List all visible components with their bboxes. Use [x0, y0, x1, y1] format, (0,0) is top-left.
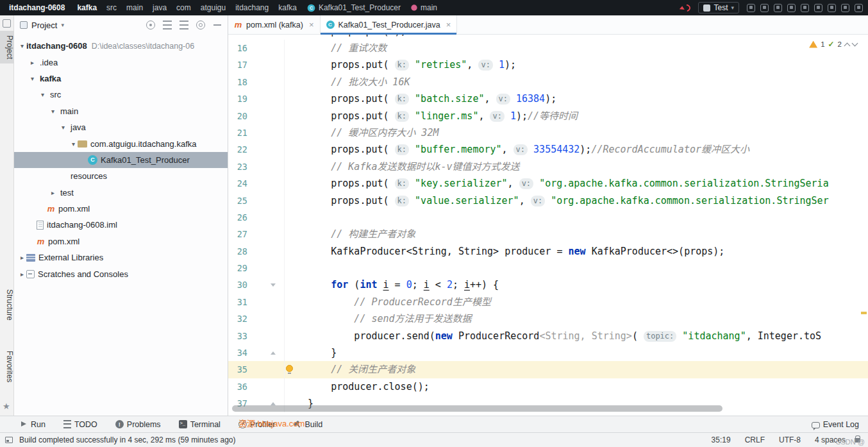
code-line[interactable]: 32 // send方法用于发送数据 — [228, 310, 868, 327]
fold-down-icon[interactable] — [271, 283, 276, 287]
fold-up-icon[interactable] — [271, 351, 276, 355]
toolwindow-button-todo[interactable]: TODO — [63, 420, 97, 429]
breadcrumb-item[interactable]: kafka — [278, 3, 297, 12]
expand-all-icon[interactable] — [163, 21, 172, 30]
tree-collapsed-arrow-icon[interactable]: ▸ — [18, 254, 26, 261]
status-message[interactable]: Build completed successfully in 4 sec, 2… — [19, 435, 236, 444]
coverage-icon[interactable] — [787, 4, 796, 12]
toolwindow-button-run[interactable]: Run — [19, 420, 46, 429]
tree-expanded-arrow-icon[interactable]: ▾ — [69, 140, 78, 148]
code-line[interactable]: 29 — [228, 260, 868, 276]
run-config-selector[interactable]: Test ▾ — [698, 2, 739, 13]
toolwindow-button-terminal[interactable]: Terminal — [179, 420, 221, 429]
code-line[interactable]: 22 props.put( k: "buffer.memory", v: 335… — [228, 141, 868, 158]
status-caret-position[interactable]: 35:19 — [712, 435, 731, 444]
breadcrumb-item[interactable]: atguigu — [201, 3, 226, 12]
code-line[interactable]: 30 for (int i = 0; i < 2; i++) { — [228, 276, 868, 293]
collapse-all-icon[interactable] — [179, 21, 188, 30]
tree-row[interactable]: ▾src — [14, 87, 228, 103]
project-view-selector[interactable]: Project — [31, 21, 57, 30]
code-line[interactable]: 25 props.put( k: "value.serializer", v: … — [228, 192, 868, 209]
breadcrumb-item[interactable]: itdachang-0608 — [9, 3, 65, 12]
prev-issue-icon[interactable] — [844, 42, 851, 49]
tree-row[interactable]: pom.xml — [14, 233, 228, 249]
code-line[interactable]: 20 props.put( k: "linger.ms", v: 1);//等待… — [228, 108, 868, 124]
tree-row[interactable]: ▾com.atguigu.itdachang.kafka — [14, 135, 228, 151]
close-icon[interactable]: × — [446, 20, 451, 30]
tree-collapsed-arrow-icon[interactable]: ▸ — [49, 189, 57, 196]
tree-row[interactable]: ▸test — [14, 185, 228, 201]
tree-row[interactable]: ▸Scratches and Consoles — [14, 266, 228, 282]
tree-row[interactable]: ▾main — [14, 103, 228, 119]
window-layout-icon[interactable] — [841, 4, 849, 12]
next-issue-icon[interactable] — [852, 40, 858, 46]
code-line[interactable]: 27 // 构建生产者对象 — [228, 226, 868, 242]
tree-row[interactable]: Kafka01_Test_Producer — [14, 152, 228, 168]
breadcrumb-item[interactable]: main — [410, 3, 437, 12]
code-line[interactable]: 36 producer.close(); — [228, 378, 868, 395]
stripe-button-favorites[interactable]: Favorites — [0, 346, 14, 387]
code-line[interactable]: 21 // 缓冲区内存大小 32M — [228, 124, 868, 141]
code-line[interactable]: 28 KafkaProducer<String, String> produce… — [228, 243, 868, 260]
tree-expanded-arrow-icon[interactable]: ▾ — [18, 42, 26, 49]
toolwindow-button-problems[interactable]: Problems — [115, 420, 161, 429]
tree-expanded-arrow-icon[interactable]: ▾ — [59, 124, 67, 131]
status-file-encoding[interactable]: UTF-8 — [779, 435, 801, 444]
breadcrumb-item[interactable]: main — [126, 3, 143, 12]
breadcrumb-item[interactable]: itdachang — [235, 3, 269, 12]
code-line[interactable]: 19 props.put( k: "batch.size", v: 16384)… — [228, 90, 868, 107]
code-editor[interactable]: 15 props.put( );16 // 重试次数17 props.put( … — [228, 35, 868, 416]
code-line[interactable]: 35 // 关闭生产者对象 — [228, 361, 868, 378]
toolwindow-label: Problems — [127, 420, 161, 429]
breadcrumb-item[interactable]: com — [176, 3, 191, 12]
tree-row[interactable]: resources — [14, 168, 228, 184]
gear-icon[interactable] — [196, 21, 205, 30]
stripe-button-structure[interactable]: Structure — [0, 285, 14, 325]
code-line[interactable]: 15 props.put( ); — [228, 35, 868, 40]
code-line[interactable]: 34 } — [228, 344, 868, 361]
profiler-icon[interactable] — [801, 4, 809, 12]
breadcrumb-item[interactable]: Kafka01_Test_Producer — [306, 3, 401, 13]
tree-collapsed-arrow-icon[interactable]: ▸ — [18, 271, 26, 278]
debug-icon[interactable] — [774, 4, 782, 12]
tree-collapsed-arrow-icon[interactable]: ▸ — [28, 59, 37, 66]
code-line[interactable]: 16 // 重试次数 — [228, 40, 868, 56]
run-icon[interactable] — [760, 4, 769, 12]
tree-row[interactable]: itdachang-0608.iml — [14, 217, 228, 233]
stop-icon[interactable] — [814, 4, 822, 12]
code-line[interactable]: 18 // 批次大小 16K — [228, 74, 868, 90]
toolwindow-button-event-log[interactable]: Event Log — [812, 420, 859, 429]
hotswap-arrow-icon[interactable] — [682, 3, 692, 12]
close-icon[interactable]: × — [309, 20, 314, 30]
horizontal-scrollbar[interactable] — [232, 405, 722, 412]
tree-expanded-arrow-icon[interactable]: ▾ — [49, 108, 57, 115]
stripe-button-project[interactable]: Project — [0, 31, 14, 63]
notifications-icon[interactable] — [855, 4, 863, 12]
code-line[interactable]: 23 // Kafka发送数据时以k-v键值对方式发送 — [228, 158, 868, 175]
code-line[interactable]: 33 producer.send(new ProducerRecord<Stri… — [228, 328, 868, 344]
editor-tab[interactable]: pom.xml (kafka)× — [228, 15, 321, 34]
breadcrumb-item[interactable]: src — [106, 3, 117, 12]
code-line[interactable]: 17 props.put( k: "retries", v: 1); — [228, 56, 868, 73]
build-hammer-icon[interactable] — [747, 4, 755, 12]
breadcrumb-item[interactable]: kafka — [74, 3, 97, 12]
tree-row[interactable]: pom.xml — [14, 201, 228, 217]
toolwindow-toggle-icon[interactable] — [5, 437, 13, 443]
inspections-widget[interactable]: 1 ✓ 2 — [807, 39, 859, 49]
tree-row[interactable]: ▸.idea — [14, 54, 228, 70]
breadcrumb-item[interactable]: java — [153, 3, 167, 12]
tree-row[interactable]: ▾itdachang-0608D:\idea\classes\itdachang… — [14, 38, 228, 54]
editor-tab[interactable]: Kafka01_Test_Producer.java× — [321, 15, 458, 34]
code-line[interactable]: 24 props.put( k: "key.serializer", v: "o… — [228, 175, 868, 192]
tree-row[interactable]: ▾java — [14, 119, 228, 135]
tree-row[interactable]: ▾kafka — [14, 71, 228, 87]
tree-row[interactable]: ▸External Libraries — [14, 249, 228, 266]
search-everywhere-icon[interactable] — [828, 4, 836, 12]
tree-expanded-arrow-icon[interactable]: ▾ — [28, 75, 37, 82]
tree-expanded-arrow-icon[interactable]: ▾ — [38, 91, 47, 98]
code-line[interactable]: 31 // ProducerRecord生产模型 — [228, 294, 868, 310]
code-line[interactable]: 26 — [228, 209, 868, 226]
status-line-separator[interactable]: CRLF — [745, 435, 765, 444]
locate-file-icon[interactable] — [146, 21, 155, 30]
hide-panel-icon[interactable] — [213, 21, 222, 30]
